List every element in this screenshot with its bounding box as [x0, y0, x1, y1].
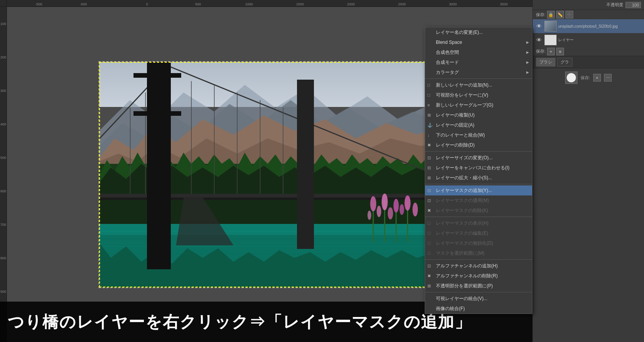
new-layer-btn[interactable]: +: [547, 48, 555, 55]
menu-item-label-new_group: 新しいレイヤーグループ(G): [436, 102, 493, 108]
visible_to_layer-icon: □: [427, 93, 430, 97]
layer_size-icon: ⊡: [427, 155, 431, 160]
ruler-tick: -500: [35, 2, 42, 6]
menu-item-anchor_layer[interactable]: ⚓レイヤーの固定(A): [425, 120, 532, 130]
ruler-tick: 500: [195, 2, 201, 6]
ruler-tick: 2500: [398, 2, 406, 6]
menu-separator: [425, 78, 532, 79]
second-layer-row: 保存: + ≡: [533, 47, 644, 56]
edit_mask-checkbox-icon: ☐: [427, 231, 431, 235]
menu-item-delete_mask: ✖レイヤーマスクの削除(K): [425, 205, 532, 215]
menu-item-label-layer_size: レイヤーサイズの変更(O)...: [436, 155, 492, 161]
lock-alpha-btn[interactable]: 🔒: [547, 11, 555, 18]
flowers-layer: [362, 192, 423, 242]
show_mask-checkbox-icon: ☐: [427, 221, 431, 225]
menu-item-label-mask_to_selection: マスクを選択範囲に(M): [436, 250, 484, 257]
menu-item-label-color_tag: カラータグ: [436, 69, 459, 76]
svg-point-38: [368, 211, 372, 220]
brush-tab[interactable]: ブラシ: [536, 58, 556, 67]
opacity-label: 不透明度: [606, 2, 623, 8]
right-panel: 不透明度 100 保存: 🔒 ✏️ ➕ 👁 unsplash.com/photo…: [532, 0, 644, 342]
menu-item-apply_mask: ⊡レイヤーマスクの適用(M): [425, 195, 532, 205]
layer-item-1[interactable]: 👁 レイヤー: [533, 33, 644, 47]
menu-item-add_mask[interactable]: ⊡レイヤーマスクの追加(Y)...: [425, 185, 532, 195]
menu-item-delete_layer[interactable]: ✖レイヤーの削除(D): [425, 140, 532, 150]
lock-move-btn[interactable]: ➕: [566, 11, 573, 18]
ruler-tick: 1000: [245, 2, 253, 6]
menu-item-mask_to_selection: マスクを選択範囲に(M)☐: [425, 248, 532, 258]
menu-item-blend_space[interactable]: Blend Space: [425, 37, 532, 47]
menu-item-label-anchor_layer: レイヤーの固定(A): [436, 122, 474, 128]
menu-item-duplicate_layer[interactable]: ⊞レイヤーの複製(U): [425, 110, 532, 120]
opacity-row: 不透明度 100: [533, 0, 644, 10]
menu-item-label-flatten_image: 画像の統合(F): [436, 305, 465, 312]
layer-item-0[interactable]: 👁 unsplash.com/photos/l_Sl20fz0.jpg: [533, 19, 644, 33]
preserve-row-1: 保存: 🔒 ✏️ ➕: [533, 10, 644, 19]
menu-item-label-layer_to_canvas: レイヤーをキャンバスに合わせる(I): [436, 165, 509, 171]
svg-point-33: [394, 199, 399, 213]
scale_layer-icon: ⊞: [427, 175, 431, 180]
menu-item-merge_down[interactable]: ↓下のレイヤーと統合(W): [425, 130, 532, 140]
composite-image: [99, 62, 440, 287]
preserve-label-1: 保存:: [536, 12, 546, 18]
lock-paint-btn[interactable]: ✏️: [556, 11, 564, 18]
add_mask-icon: ⊡: [427, 188, 431, 193]
menu-item-composite_space[interactable]: 合成色空間: [425, 47, 532, 57]
menu-item-label-flatten_visible: 可視レイヤーの統合(V)...: [436, 295, 487, 302]
layer-eye-1[interactable]: 👁: [535, 36, 543, 44]
gradient-tab[interactable]: グラ: [557, 58, 572, 67]
menu-item-edit_mask: レイヤーマスクの編集(E)☐: [425, 228, 532, 238]
menu-item-label-composite_space: 合成色空間: [436, 49, 459, 56]
ruler-tick: -500: [80, 2, 87, 6]
new_group-icon: ≡: [427, 103, 430, 107]
menu-item-flatten_image[interactable]: 画像の統合(F): [425, 304, 532, 314]
svg-point-34: [405, 195, 411, 211]
layer-thumb-0: [544, 21, 557, 32]
svg-marker-26: [176, 197, 234, 245]
menu-item-composite_mode[interactable]: 合成モード: [425, 57, 532, 67]
menu-item-color_tag[interactable]: カラータグ: [425, 67, 532, 77]
opacity-value[interactable]: 100: [626, 2, 641, 8]
disable_mask-checkbox-icon: ☐: [427, 241, 431, 245]
menu-item-flatten_visible[interactable]: 可視レイヤーの統合(V)...: [425, 294, 532, 304]
ruler-tick: 2000: [347, 2, 355, 6]
brush-size-label: 保存:: [581, 75, 590, 81]
instruction-text: つり橋のレイヤーを右クリック⇒「レイヤーマスクの追加」: [8, 311, 472, 333]
duplicate_layer-icon: ⊞: [427, 113, 431, 118]
menu-item-label-apply_mask: レイヤーマスクの適用(M): [436, 197, 489, 204]
menu-item-scale_layer[interactable]: ⊞レイヤーの拡大・縮小(S)...: [425, 173, 532, 183]
menu-item-layer_size[interactable]: ⊡レイヤーサイズの変更(O)...: [425, 153, 532, 163]
new_layer-icon: □: [427, 83, 430, 87]
layer-eye-0[interactable]: 👁: [535, 22, 543, 30]
svg-point-32: [382, 194, 388, 210]
brush-add-btn[interactable]: +: [593, 74, 601, 82]
layer-options-btn[interactable]: ≡: [556, 48, 564, 55]
menu-item-label-delete_layer: レイヤーの削除(D): [436, 142, 475, 148]
ruler-tick: 0: [146, 2, 148, 6]
brush-panel-tabs: ブラシ グラ: [533, 56, 644, 68]
menu-item-label-show_mask: レイヤーマスクの表示(H): [436, 220, 489, 227]
menu-item-new_group[interactable]: ≡新しいレイヤーグループ(G): [425, 100, 532, 110]
merge_down-icon: ↓: [427, 133, 430, 137]
menu-item-label-disable_mask: レイヤーマスクの無効化(D): [436, 240, 493, 247]
menu-item-layer_to_canvas[interactable]: ⊟レイヤーをキャンバスに合わせる(I): [425, 163, 532, 173]
ruler-tick: 800: [0, 256, 6, 260]
brush-option-btn[interactable]: ⋯: [604, 74, 612, 82]
menu-item-by_alpha_to_selection[interactable]: ⊞不透明部分を選択範囲に(P): [425, 281, 532, 291]
ruler-left: 100 200 300 400 500 600 700 800 900: [0, 7, 7, 342]
menu-item-label-visible_to_layer: 可視部分をレイヤーに(V): [436, 92, 488, 98]
menu-item-new_layer[interactable]: □新しいレイヤーの追加(N)...: [425, 80, 532, 90]
by_alpha_to_selection-icon: ⊞: [427, 284, 431, 289]
ruler-tick: 1500: [296, 2, 304, 6]
menu-item-show_mask: レイヤーマスクの表示(H)☐: [425, 218, 532, 228]
ruler-tick: 3000: [449, 2, 457, 6]
ruler-tick: 600: [0, 189, 6, 193]
menu-item-label-edit_mask: レイヤーマスクの編集(E): [436, 230, 488, 237]
ruler-tick: 200: [0, 55, 6, 59]
menu-item-rename[interactable]: レイヤー名の変更(E)...: [425, 27, 532, 37]
ruler-tick: 300: [0, 89, 6, 93]
menu-item-label-scale_layer: レイヤーの拡大・縮小(S)...: [436, 175, 492, 181]
menu-item-delete_alpha[interactable]: ✖アルファチャンネルの削除(R): [425, 271, 532, 281]
menu-item-add_alpha[interactable]: ⊡アルファチャンネルの追加(H): [425, 261, 532, 271]
menu-item-visible_to_layer[interactable]: □可視部分をレイヤーに(V): [425, 90, 532, 100]
